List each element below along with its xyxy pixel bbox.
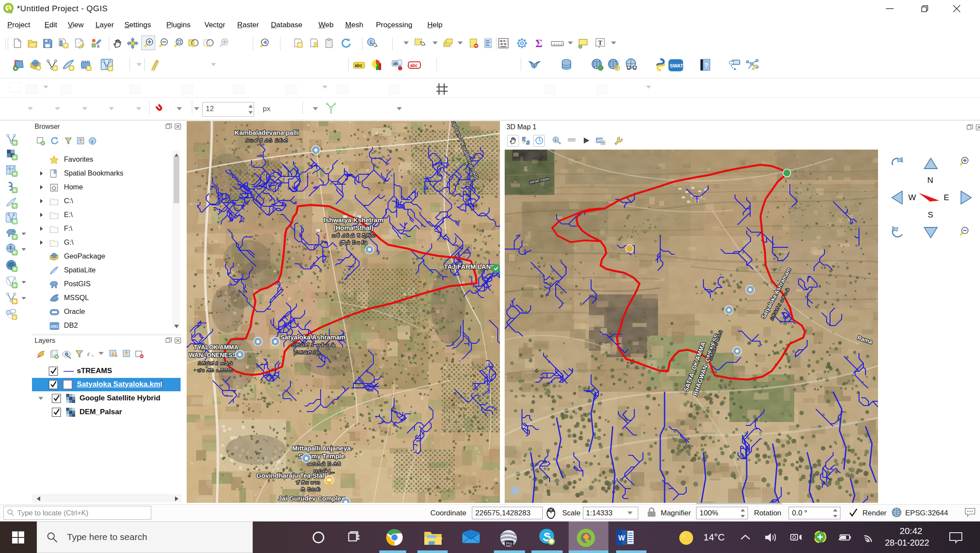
svg-text:?: ? [704, 61, 708, 69]
svg-text:Kambaladevana palli: Kambaladevana palli [235, 129, 299, 136]
svg-text:Σ: Σ [535, 38, 542, 49]
svg-text:(Homa Sthal): (Homa Sthal) [334, 224, 374, 231]
svg-text:T: T [598, 39, 602, 46]
svg-text:WAN -ONENESS: WAN -ONENESS [189, 352, 236, 358]
svg-text:T: T [9, 246, 12, 251]
svg-text:DB2: DB2 [51, 324, 58, 329]
svg-text:Mittapalli Anjaneya: Mittapalli Anjaneya [292, 444, 351, 452]
svg-text:ε: ε [87, 351, 90, 357]
svg-text:TAJ FARM LAND: TAJ FARM LAND [444, 263, 496, 270]
svg-text:Ishwarya Kshetram: Ishwarya Kshetram [324, 216, 383, 224]
svg-text:ఐశ్వర్య క్షేత్రం: ఐశ్వర్య క్షేత్రం [331, 233, 375, 239]
svg-text:భగవాన్ ఒనెనెస్: భగవాన్ ఒనెనెస్ [197, 368, 233, 373]
svg-text:టీ స్టాల్: టీ స్టాల్ [301, 487, 321, 492]
svg-text:ఆంజనేయ స్వామి: ఆంజనేయ స్వామి [307, 462, 341, 467]
svg-text:(హోమ స్థల్): (హోమ స్థల్) [339, 240, 367, 246]
svg-text:W: W [618, 534, 625, 542]
svg-text:Satyaloka Ashramam: Satyaloka Ashramam [280, 333, 345, 341]
svg-text:i: i [370, 39, 372, 45]
svg-text:abc: abc [410, 63, 418, 68]
svg-text:కంబళదేవన పల్లి: కంబళదేవన పల్లి [245, 138, 289, 144]
svg-text:Jai Gurudev Complex: Jai Gurudev Complex [278, 495, 345, 502]
svg-text:Govindharaju Tea Stall: Govindharaju Tea Stall [256, 472, 326, 479]
svg-text:abc: abc [355, 63, 363, 68]
svg-text:సత్యలోక అమ్మ: సత్యలోక అమ్మ [197, 361, 233, 366]
svg-text:ab: ab [393, 61, 398, 66]
svg-text:|సత్యలోక|…: |సత్యలోక|… [293, 351, 321, 355]
svg-text:SWAT: SWAT [670, 63, 683, 68]
svg-text:Pro: Pro [506, 541, 512, 546]
svg-text:TYALOK AMMA: TYALOK AMMA [194, 344, 238, 351]
svg-text:గోవిందరాజు: గోవిందరాజు [296, 480, 320, 486]
svg-text:సత్యలోక ఆశ్రమం: సత్యలోక ఆశ్రమం [291, 343, 335, 348]
svg-text:i: i [92, 139, 93, 144]
